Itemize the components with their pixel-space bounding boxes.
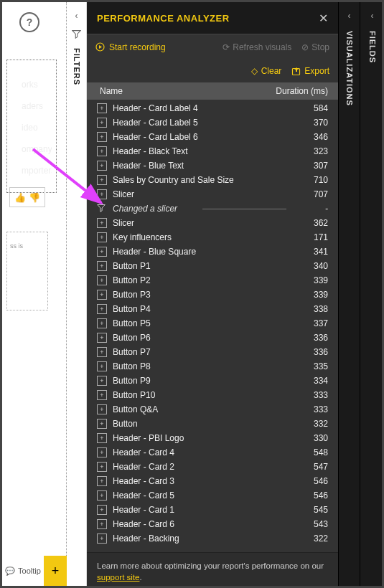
performance-row[interactable]: +Button P3339 [87,288,338,302]
performance-row[interactable]: +Button P1340 [87,259,338,273]
event-name: Changed a slicer [113,204,197,214]
visual-name: Key influencers [113,232,292,242]
expand-icon[interactable]: + [97,304,107,314]
support-link[interactable]: support site [97,573,139,582]
performance-row[interactable]: +Button332 [87,417,338,431]
expand-icon[interactable]: + [97,275,107,285]
performance-row[interactable]: +Button P9334 [87,374,338,388]
performance-row[interactable]: +Header - PBI Logo330 [87,431,338,445]
close-icon[interactable]: ✕ [319,11,328,25]
visual-duration: 370 [292,118,328,128]
performance-row[interactable]: +Header - Card Label 5370 [87,115,338,130]
performance-row[interactable]: +Header - Blue Text307 [87,158,338,173]
expand-icon[interactable]: + [97,132,107,142]
visual-name: Button P1 [113,261,292,271]
performance-row[interactable]: +Key influencers171 [87,230,338,245]
chevron-left-icon[interactable]: ‹ [348,11,351,21]
performance-row[interactable]: +Header - Card 2547 [87,460,338,474]
report-canvas[interactable]: ? orks aders ideo ompany mporters 👍 👎 ss… [2,2,67,588]
expand-icon[interactable]: + [97,161,107,171]
expand-icon[interactable]: + [97,290,107,300]
expand-icon[interactable]: + [97,505,107,515]
expand-icon[interactable]: + [97,103,107,113]
expand-icon[interactable]: + [97,419,107,429]
visual-duration: 171 [292,232,328,242]
add-page-button[interactable]: + [44,556,67,586]
performance-row[interactable]: +Button P4338 [87,302,338,316]
performance-row[interactable]: +Header - Blue Square341 [87,245,338,259]
performance-row[interactable]: +Slicer362 [87,216,338,230]
performance-row[interactable]: +Header - Card 3546 [87,474,338,488]
expand-icon[interactable]: + [97,318,107,328]
expand-icon[interactable]: + [97,390,107,400]
performance-row[interactable]: +Header - Black Text323 [87,144,338,158]
performance-row[interactable]: +Button P8335 [87,359,338,374]
thumbs-down-icon[interactable]: 👎 [29,192,40,203]
performance-row[interactable]: +Header - Card 5546 [87,488,338,503]
visual-name: Header - Card Label 4 [113,103,292,113]
expand-icon[interactable]: + [97,476,107,486]
visual-duration: 323 [292,146,328,156]
performance-row[interactable]: +Button P10333 [87,388,338,402]
expand-icon[interactable]: + [97,376,107,386]
expand-icon[interactable]: + [97,175,107,185]
expand-icon[interactable]: + [97,404,107,414]
visual-name: Slicer [113,189,292,199]
chevron-left-icon[interactable]: ‹ [75,11,78,21]
performance-row[interactable]: +Button Q&A333 [87,402,338,417]
performance-row[interactable]: +Header - Card 1545 [87,503,338,517]
frag-text: aders [11,99,52,113]
start-recording-button[interactable]: Start recording [95,42,166,52]
visual-duration: 548 [292,447,328,457]
clear-button[interactable]: ◇ Clear [251,66,282,76]
expand-icon[interactable]: + [97,261,107,271]
filters-pane-collapsed[interactable]: ‹ FILTERS [67,2,87,588]
expand-icon[interactable]: + [97,534,107,544]
help-icon[interactable]: ? [19,12,39,32]
performance-row[interactable]: +Header - Backing322 [87,531,338,546]
expand-icon[interactable]: + [97,247,107,257]
performance-list[interactable]: +Header - Card Label 4584+Header - Card … [87,100,338,552]
visual-duration: 322 [292,534,328,544]
performance-row[interactable]: +Sales by Country and Sale Size710 [87,173,338,187]
expand-icon[interactable]: + [97,118,107,128]
expand-icon[interactable]: + [97,361,107,371]
performance-row[interactable]: +Button P2339 [87,273,338,288]
expand-icon[interactable]: + [97,347,107,357]
performance-row[interactable]: +Button P6336 [87,331,338,345]
expand-icon[interactable]: + [97,519,107,529]
expand-icon[interactable]: + [97,333,107,343]
clear-label: Clear [261,66,282,76]
filters-label: FILTERS [72,48,81,85]
visualizations-pane-collapsed[interactable]: ‹ VISUALIZATIONS [338,2,360,588]
expand-icon[interactable]: + [97,189,107,199]
thumbs-up-icon[interactable]: 👍 [14,192,26,203]
performance-row[interactable]: +Header - Card 4548 [87,445,338,460]
expand-icon[interactable]: + [97,447,107,457]
expand-icon[interactable]: + [97,146,107,156]
visual-name: Header - Card 4 [113,447,292,457]
filter-icon [97,204,107,214]
performance-row[interactable]: +Header - Card 6543 [87,517,338,531]
performance-row[interactable]: +Header - Card Label 6346 [87,130,338,144]
expand-icon[interactable]: + [97,433,107,443]
canvas-visual-fragment: orks aders ideo ompany mporters [6,60,57,193]
visual-duration: 338 [292,304,328,314]
expand-icon[interactable]: + [97,232,107,242]
feedback-buttons[interactable]: 👍 👎 [9,187,45,207]
performance-row[interactable]: +Header - Card Label 4584 [87,101,338,115]
expand-icon[interactable]: + [97,218,107,228]
expand-icon[interactable]: + [97,462,107,472]
expand-icon[interactable]: + [97,490,107,501]
fields-label: FIELDS [368,31,377,63]
visual-duration: 546 [292,490,328,501]
visual-duration: 332 [292,419,328,429]
chevron-left-icon[interactable]: ‹ [371,11,374,21]
performance-row[interactable]: +Button P5337 [87,316,338,331]
export-button[interactable]: Export [291,66,329,76]
performance-row[interactable]: +Button P7336 [87,345,338,359]
performance-row[interactable]: +Slicer707 [87,187,338,201]
fields-pane-collapsed[interactable]: ‹ FIELDS [360,2,384,588]
visual-name: Header - Card 3 [113,476,292,486]
page-tab-tooltip[interactable]: 💬 Tooltip [2,556,44,586]
